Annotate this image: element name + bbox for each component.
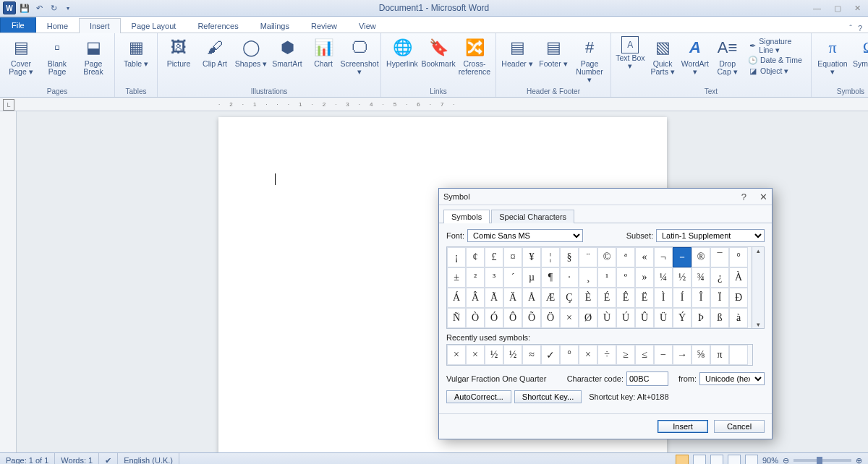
symbol-cell[interactable]: ß: [710, 308, 729, 328]
symbol-cell[interactable]: §: [560, 247, 579, 267]
date-time-button[interactable]: 🕒Date & Time: [748, 55, 808, 65]
symbol-cell[interactable]: ¥: [522, 247, 541, 267]
symbol-cell[interactable]: ¯: [710, 247, 729, 267]
status-page[interactable]: Page: 1 of 1: [0, 453, 55, 464]
symbol-cell[interactable]: Ø: [579, 308, 597, 328]
ribbon-minimize-icon[interactable]: ˆ: [849, 24, 852, 33]
symbol-cell[interactable]: Ñ: [447, 308, 466, 328]
save-icon[interactable]: 💾: [19, 2, 30, 14]
symbol-cell[interactable]: ±: [447, 267, 466, 288]
symbol-cell[interactable]: Î: [692, 288, 710, 308]
page-break-button[interactable]: ⬓Page Break: [75, 35, 111, 87]
shapes-button[interactable]: ◯Shapes ▾: [233, 35, 269, 87]
symbol-cell[interactable]: «: [635, 247, 654, 267]
symbol-cell[interactable]: Þ: [692, 308, 710, 328]
symbol-cell[interactable]: Ô: [503, 308, 522, 328]
symbol-cell[interactable]: È: [579, 288, 597, 308]
tab-special-characters[interactable]: Special Characters: [491, 210, 574, 223]
scroll-down-icon[interactable]: ▾: [757, 321, 760, 328]
recent-symbol-cell[interactable]: ≈: [522, 345, 541, 365]
symbol-cell[interactable]: ¬: [654, 247, 673, 267]
tab-file[interactable]: File: [0, 17, 36, 33]
symbol-cell[interactable]: ¡: [447, 247, 466, 267]
recent-symbol-cell[interactable]: ≤: [635, 345, 654, 365]
cover-page-button[interactable]: ▤Cover Page ▾: [3, 35, 39, 87]
tab-selector-icon[interactable]: L: [3, 99, 14, 111]
symbol-cell[interactable]: Ì: [654, 288, 673, 308]
font-select[interactable]: Comic Sans MS: [467, 229, 583, 242]
symbol-cell[interactable]: »: [635, 267, 654, 288]
symbol-grid[interactable]: ¡¢£¤¥¦§¨©ª«¬－®¯°±²³´µ¶·¸¹º»¼½¾¿ÀÁÂÃÄÅÆÇÈ…: [446, 246, 753, 329]
tab-mailings[interactable]: Mailings: [250, 18, 300, 33]
blank-page-button[interactable]: ▫Blank Page: [39, 35, 75, 87]
shortcut-key-button[interactable]: Shortcut Key...: [514, 390, 582, 403]
symbol-cell[interactable]: Á: [447, 288, 466, 308]
symbol-cell[interactable]: ³: [485, 267, 503, 288]
symbol-cell[interactable]: ¢: [466, 247, 485, 267]
vertical-ruler[interactable]: [0, 111, 17, 452]
scroll-up-icon[interactable]: ▴: [757, 247, 760, 254]
recent-symbol-cell[interactable]: ½: [485, 345, 503, 365]
wordart-button[interactable]: AWordArt ▾: [679, 35, 712, 87]
tab-symbols[interactable]: Symbols: [443, 210, 490, 223]
recent-symbol-cell[interactable]: ✓: [541, 345, 560, 365]
view-full-screen-icon[interactable]: [693, 455, 706, 464]
symbol-cell[interactable]: Ð: [729, 288, 748, 308]
symbol-button[interactable]: ΩSymbol ▾: [851, 35, 868, 87]
symbol-cell[interactable]: Ù: [597, 308, 616, 328]
status-language[interactable]: English (U.K.): [118, 453, 179, 464]
minimize-icon[interactable]: —: [813, 4, 821, 13]
zoom-in-icon[interactable]: ⊕: [856, 456, 862, 465]
tab-review[interactable]: Review: [300, 18, 348, 33]
zoom-out-icon[interactable]: ⊖: [783, 456, 789, 465]
chart-button[interactable]: 📊Chart: [305, 35, 341, 87]
symbol-cell[interactable]: ª: [616, 247, 635, 267]
symbol-cell[interactable]: Ã: [485, 288, 503, 308]
symbol-cell[interactable]: Í: [673, 288, 692, 308]
recent-symbols[interactable]: ××½½≈✓°×÷≥≤−→⅝π: [446, 344, 753, 366]
dialog-close-icon[interactable]: ✕: [760, 192, 767, 202]
symbol-cell[interactable]: Û: [635, 308, 654, 328]
symbol-cell[interactable]: Ê: [616, 288, 635, 308]
signature-line-button[interactable]: ✒Signature Line ▾: [748, 37, 808, 54]
symbol-cell[interactable]: Ý: [673, 308, 692, 328]
symbol-cell[interactable]: É: [597, 288, 616, 308]
hyperlink-button[interactable]: 🌐Hyperlink: [384, 35, 420, 87]
autocorrect-button[interactable]: AutoCorrect...: [446, 390, 511, 403]
from-select[interactable]: Unicode (hex): [699, 372, 765, 385]
dialog-help-icon[interactable]: ?: [741, 192, 746, 202]
symbol-cell[interactable]: Ç: [560, 288, 579, 308]
symbol-cell[interactable]: à: [729, 308, 748, 328]
symbol-cell[interactable]: Æ: [541, 288, 560, 308]
close-icon[interactable]: ✕: [854, 4, 861, 13]
tab-page-layout[interactable]: Page Layout: [121, 18, 187, 33]
qat-dropdown-icon[interactable]: ▾: [62, 2, 74, 14]
symbol-cell[interactable]: Ú: [616, 308, 635, 328]
symbol-cell[interactable]: ¼: [654, 267, 673, 288]
symbol-cell[interactable]: Ë: [635, 288, 654, 308]
view-outline-icon[interactable]: [728, 455, 741, 464]
grid-scrollbar[interactable]: ▴▾: [752, 246, 765, 329]
drop-cap-button[interactable]: A≡Drop Cap ▾: [711, 35, 744, 87]
symbol-cell[interactable]: £: [485, 247, 503, 267]
recent-symbol-cell[interactable]: −: [654, 345, 673, 365]
help-icon[interactable]: ?: [858, 24, 862, 33]
zoom-slider[interactable]: [793, 459, 851, 462]
recent-symbol-cell[interactable]: [729, 345, 748, 365]
recent-symbol-cell[interactable]: →: [673, 345, 692, 365]
view-print-layout-icon[interactable]: [676, 455, 689, 464]
symbol-cell[interactable]: ½: [673, 267, 692, 288]
symbol-cell[interactable]: ¶: [541, 267, 560, 288]
symbol-cell[interactable]: °: [729, 247, 748, 267]
recent-symbol-cell[interactable]: ≥: [616, 345, 635, 365]
tab-view[interactable]: View: [348, 18, 387, 33]
symbol-cell[interactable]: ´: [503, 267, 522, 288]
clip-art-button[interactable]: 🖌Clip Art: [197, 35, 233, 87]
view-web-icon[interactable]: [710, 455, 723, 464]
subset-select[interactable]: Latin-1 Supplement: [656, 229, 765, 242]
symbol-cell[interactable]: ¸: [579, 267, 597, 288]
bookmark-button[interactable]: 🔖Bookmark: [420, 35, 456, 87]
status-proofing[interactable]: ✔: [99, 453, 118, 464]
dialog-title-bar[interactable]: Symbol ? ✕: [439, 189, 772, 205]
symbol-cell[interactable]: ·: [560, 267, 579, 288]
